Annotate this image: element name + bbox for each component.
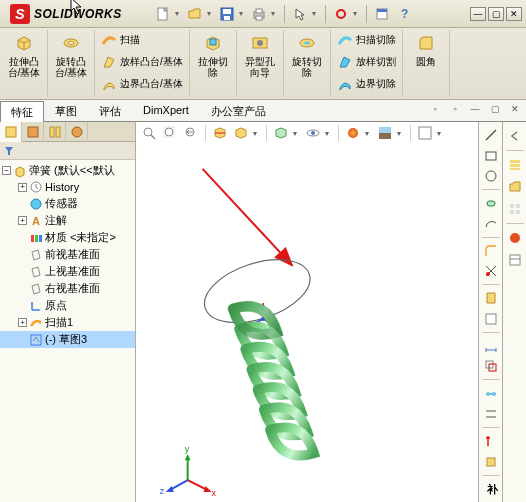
svg-rect-61: [487, 458, 495, 466]
tree-right-plane[interactable]: 右视基准面: [0, 280, 135, 297]
help-button[interactable]: ?: [394, 4, 414, 24]
minimize-button[interactable]: —: [470, 7, 486, 21]
section-view-button[interactable]: [211, 124, 229, 142]
appearance-dropdown[interactable]: ▾: [365, 129, 373, 138]
select-button[interactable]: [290, 4, 310, 24]
view-palette-button[interactable]: [505, 199, 525, 219]
offset-tool[interactable]: [481, 357, 501, 375]
zoom-fit-button[interactable]: [140, 124, 158, 142]
maximize-button[interactable]: ▢: [488, 7, 504, 21]
mdi-restore1[interactable]: ▫: [428, 102, 442, 116]
tree-top-plane[interactable]: 上视基准面: [0, 263, 135, 280]
svg-rect-20: [50, 127, 54, 137]
filter-bar[interactable]: [0, 142, 135, 160]
panel-tab-display[interactable]: [66, 122, 88, 142]
rebuild-button[interactable]: [331, 4, 351, 24]
fillet-button[interactable]: 圆角: [406, 30, 446, 69]
hide-show-dropdown[interactable]: ▾: [325, 129, 333, 138]
prev-view-button[interactable]: [182, 124, 200, 142]
scene-dropdown[interactable]: ▾: [397, 129, 405, 138]
circle-tool[interactable]: [481, 167, 501, 185]
view-settings-dropdown[interactable]: ▾: [437, 129, 445, 138]
display-style-button[interactable]: [272, 124, 290, 142]
arc-tool[interactable]: [481, 214, 501, 232]
fillet-tool[interactable]: [481, 242, 501, 260]
panel-tab-property[interactable]: [22, 122, 44, 142]
mdi-close[interactable]: ✕: [508, 102, 522, 116]
open-dropdown[interactable]: ▾: [207, 9, 215, 18]
display-style-dropdown[interactable]: ▾: [293, 129, 301, 138]
tree-material[interactable]: 材质 <未指定>: [0, 229, 135, 246]
tab-sketch[interactable]: 草图: [44, 100, 88, 121]
svg-point-54: [486, 272, 490, 276]
save-dropdown[interactable]: ▾: [239, 9, 247, 18]
tree-front-plane[interactable]: 前视基准面: [0, 246, 135, 263]
misc2-tool[interactable]: [481, 452, 501, 470]
close-button[interactable]: ✕: [506, 7, 522, 21]
view-orientation-dropdown[interactable]: ▾: [253, 129, 261, 138]
file-explorer-button[interactable]: [505, 177, 525, 197]
viewport[interactable]: ▾ ▾ ▾ ▾ ▾ ▾: [136, 122, 478, 502]
custom-props-button[interactable]: [505, 250, 525, 270]
swept-boss-button[interactable]: 扫描: [98, 30, 186, 50]
task-arrow[interactable]: [505, 126, 525, 146]
hole-wizard-button[interactable]: 异型孔向导: [240, 30, 280, 80]
tree-sensors[interactable]: 传感器: [0, 195, 135, 212]
new-dropdown[interactable]: ▾: [175, 9, 183, 18]
app-logo: S: [10, 4, 30, 24]
tree-sketch3[interactable]: (-) 草图3: [0, 331, 135, 348]
constraint1-tool[interactable]: [481, 384, 501, 402]
revolve-boss-button[interactable]: 旋转凸台/基体: [51, 30, 91, 80]
zoom-area-button[interactable]: [161, 124, 179, 142]
design-lib-button[interactable]: [505, 155, 525, 175]
view-settings-button[interactable]: [416, 124, 434, 142]
new-file-button[interactable]: [153, 4, 173, 24]
print-button[interactable]: [249, 4, 269, 24]
tab-evaluate[interactable]: 评估: [88, 100, 132, 121]
slot-tool[interactable]: [481, 194, 501, 212]
open-file-button[interactable]: [185, 4, 205, 24]
line-tool[interactable]: [481, 126, 501, 144]
select-dropdown[interactable]: ▾: [312, 9, 320, 18]
trim-tool[interactable]: [481, 262, 501, 280]
boundary-boss-button[interactable]: 边界凸台/基体: [98, 74, 186, 94]
tree-sweep1[interactable]: +扫描1: [0, 314, 135, 331]
corner-rect-tool[interactable]: [481, 146, 501, 164]
swept-cut-button[interactable]: 扫描切除: [334, 30, 399, 50]
print-dropdown[interactable]: ▾: [271, 9, 279, 18]
lib2-icon[interactable]: [481, 310, 501, 328]
mdi-restore2[interactable]: ▫: [448, 102, 462, 116]
tab-features[interactable]: 特征: [0, 101, 44, 122]
save-button[interactable]: [217, 4, 237, 24]
scene-button[interactable]: [376, 124, 394, 142]
appearance-button[interactable]: [344, 124, 362, 142]
misc1-tool[interactable]: [481, 432, 501, 450]
model-canvas[interactable]: y x z: [136, 144, 478, 502]
smart-dim-tool[interactable]: [481, 337, 501, 355]
boundary-cut-button[interactable]: 边界切除: [334, 74, 399, 94]
tab-office[interactable]: 办公室产品: [200, 100, 277, 121]
panel-tab-feature-tree[interactable]: [0, 122, 22, 142]
lofted-cut-button[interactable]: 放样切割: [334, 52, 399, 72]
hide-show-button[interactable]: [304, 124, 322, 142]
revolve-cut-button[interactable]: 旋转切除: [287, 30, 327, 80]
appearance-lib-button[interactable]: [505, 228, 525, 248]
svg-point-30: [144, 128, 152, 136]
mdi-maximize[interactable]: ▢: [488, 102, 502, 116]
mdi-minimize[interactable]: —: [468, 102, 482, 116]
lofted-boss-button[interactable]: 放样凸台/基体: [98, 52, 186, 72]
text-tool[interactable]: 补: [481, 480, 501, 498]
rebuild-dropdown[interactable]: ▾: [353, 9, 361, 18]
view-orientation-button[interactable]: [232, 124, 250, 142]
constraint2-tool[interactable]: [481, 405, 501, 423]
extrude-boss-button[interactable]: 拉伸凸台/基体: [4, 30, 44, 80]
tree-annotations[interactable]: +A注解: [0, 212, 135, 229]
tree-origin[interactable]: 原点: [0, 297, 135, 314]
lib1-icon[interactable]: [481, 289, 501, 307]
tab-dimxpert[interactable]: DimXpert: [132, 100, 200, 121]
tree-history[interactable]: +History: [0, 179, 135, 195]
panel-tab-config[interactable]: [44, 122, 66, 142]
extrude-cut-button[interactable]: 拉伸切除: [193, 30, 233, 80]
options-button[interactable]: [372, 4, 392, 24]
tree-root[interactable]: −弹簧 (默认<<默认: [0, 162, 135, 179]
